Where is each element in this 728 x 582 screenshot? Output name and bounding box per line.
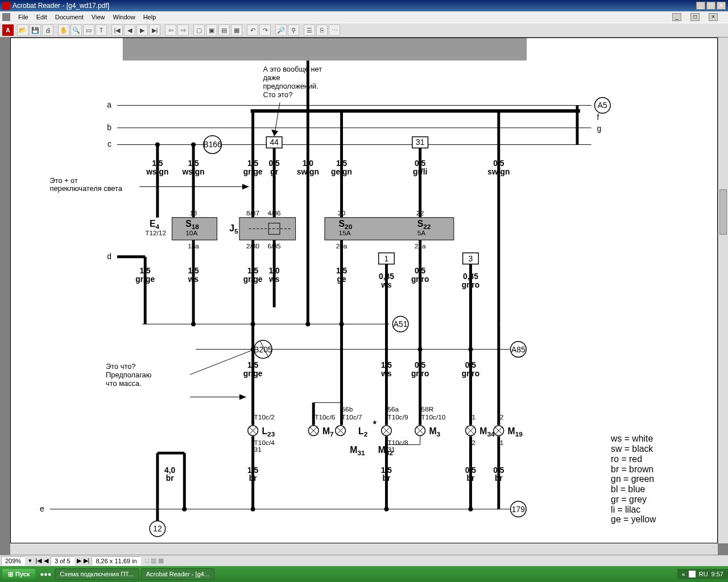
rotate-right-button[interactable]: ↷ [259, 24, 271, 36]
print-button[interactable]: 🖨 [42, 24, 53, 36]
open-button[interactable]: 📂 [17, 24, 28, 36]
save-button[interactable]: 💾 [30, 24, 41, 36]
minimize-button[interactable]: _ [696, 2, 705, 10]
next-page-button[interactable]: ▶ [136, 24, 148, 36]
window-title: Acrobat Reader - [g4_wd17.pdf] [13, 2, 109, 10]
adobe-logo-icon: A [2, 24, 14, 36]
zoom-tool-button[interactable]: 🔍 [71, 24, 82, 36]
menu-help[interactable]: Help [143, 14, 156, 20]
window-titlebar: Acrobat Reader - [g4_wd17.pdf] _ □ × [0, 0, 728, 11]
select-tool-button[interactable]: ▭ [83, 24, 94, 36]
mdi-close-button[interactable]: × [709, 13, 718, 21]
reflow-button[interactable]: ▦ [231, 24, 242, 36]
actual-size-button[interactable]: ▢ [193, 24, 205, 36]
nav-pane-button[interactable]: ☰ [304, 24, 315, 36]
forward-button[interactable]: ⇨ [177, 24, 189, 36]
mdi-minimize-button[interactable]: _ [672, 13, 681, 21]
app-icon [2, 2, 10, 10]
search-button[interactable]: ⚲ [288, 24, 299, 36]
prev-page-button[interactable]: ◀ [124, 24, 135, 36]
fit-width-button[interactable]: ▤ [218, 24, 230, 36]
menu-file[interactable]: File [18, 14, 28, 20]
first-page-button[interactable]: |◀ [111, 24, 123, 36]
menu-document[interactable]: Document [55, 14, 84, 20]
text-select-button[interactable]: T [96, 24, 107, 36]
mdi-maximize-button[interactable]: □ [690, 13, 700, 21]
menu-bar: File Edit Document View Window Help _ □ … [0, 11, 728, 23]
menu-edit[interactable]: Edit [36, 14, 47, 20]
find-button[interactable]: 🔎 [275, 24, 287, 36]
back-button[interactable]: ⇦ [165, 24, 176, 36]
rotate-left-button[interactable]: ↶ [247, 24, 258, 36]
toolbar: A 📂 💾 🖨 ✋ 🔍 ▭ T |◀ ◀ ▶ ▶| ⇦ ⇨ ▢ ▣ ▤ ▦ ↶ … [0, 23, 728, 38]
last-page-button[interactable]: ▶| [149, 24, 160, 36]
more-button[interactable]: ⋯ [329, 24, 340, 36]
maximize-button[interactable]: □ [706, 2, 715, 10]
close-button[interactable]: × [717, 2, 726, 10]
menu-view[interactable]: View [92, 14, 105, 20]
menu-window[interactable]: Window [113, 14, 135, 20]
doc-icon [2, 13, 10, 21]
copy-button[interactable]: ⎘ [316, 24, 328, 36]
fit-page-button[interactable]: ▣ [206, 24, 217, 36]
hand-tool-button[interactable]: ✋ [58, 24, 69, 36]
